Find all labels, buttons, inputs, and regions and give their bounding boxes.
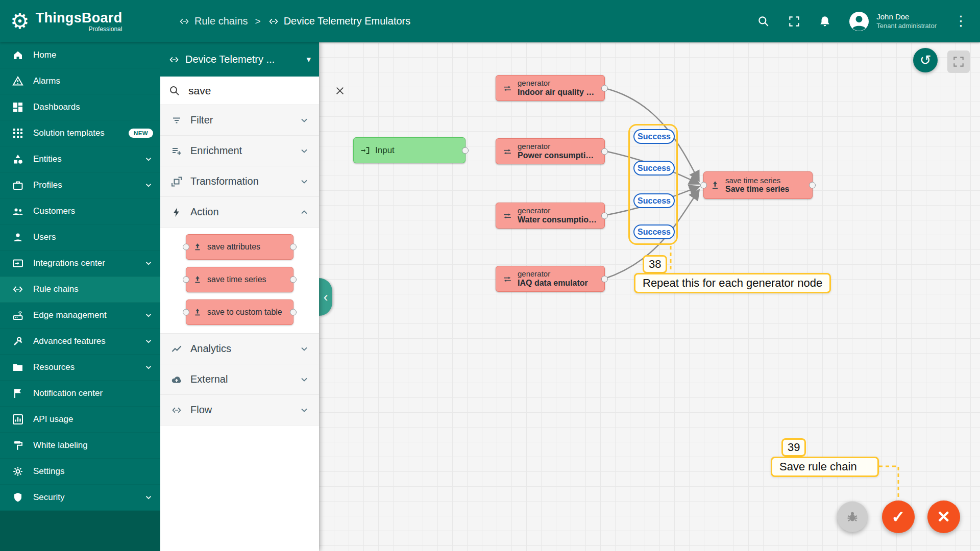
action-node-list: save attributes save time series save to… <box>160 228 319 334</box>
integrations-input-icon <box>11 257 24 270</box>
category-filter[interactable]: Filter <box>160 105 319 136</box>
lightning-bolt-icon <box>170 206 183 218</box>
sidebar-item-edge-management[interactable]: Edge management <box>0 303 160 329</box>
save-upload-icon <box>709 180 721 191</box>
chevron-down-icon <box>299 146 309 156</box>
rule-chain-icon <box>268 16 279 27</box>
chart-box-icon <box>11 413 24 426</box>
link-label-success[interactable]: Success <box>633 161 675 176</box>
cloud-upload-icon <box>170 373 183 386</box>
library-dropdown-caret-icon[interactable]: ▾ <box>306 54 311 65</box>
version-history-button[interactable]: ↺ <box>913 48 938 72</box>
input-port[interactable] <box>700 182 707 189</box>
input-node[interactable]: Input <box>353 137 465 163</box>
sidebar-item-alarms[interactable]: Alarms <box>0 68 160 94</box>
notifications-bell-icon[interactable] <box>817 14 832 29</box>
tutorial-step-number: 39 <box>781 438 806 457</box>
user-menu[interactable]: John Doe Tenant administrator <box>848 10 937 33</box>
node-port <box>290 309 297 316</box>
sidebar-item-white-labeling[interactable]: White labeling <box>0 433 160 459</box>
sidebar-item-advanced-features[interactable]: Advanced features <box>0 329 160 355</box>
tools-wrench-icon <box>11 335 24 348</box>
fullscreen-button[interactable] <box>787 14 802 29</box>
category-external[interactable]: External <box>160 364 319 395</box>
tutorial-step-tooltip: Save rule chain <box>771 457 879 477</box>
sidebar-item-settings[interactable]: Settings <box>0 459 160 485</box>
rule-chain-canvas[interactable]: Input generator Indoor air quality data…… <box>319 42 980 551</box>
sidebar-item-solution-templates[interactable]: Solution templates NEW <box>0 120 160 146</box>
history-restore-icon: ↺ <box>920 52 932 68</box>
link-label-success[interactable]: Success <box>633 224 675 239</box>
link-label-success[interactable]: Success <box>633 129 675 144</box>
node-search-input[interactable] <box>187 84 328 97</box>
breadcrumb: Rule chains > Device Telemetry Emulators <box>179 15 410 27</box>
output-port[interactable] <box>601 85 608 91</box>
sidebar-item-rule-chains[interactable]: Rule chains <box>0 277 160 303</box>
output-port[interactable] <box>462 147 469 154</box>
output-port[interactable] <box>601 212 608 219</box>
breadcrumb-current[interactable]: Device Telemetry Emulators <box>268 15 411 27</box>
search-icon <box>168 85 181 97</box>
chevron-down-icon <box>144 259 153 268</box>
sidebar-item-security[interactable]: Security <box>0 485 160 511</box>
discard-changes-button[interactable]: ✕ <box>927 500 960 533</box>
search-button[interactable] <box>756 14 771 29</box>
tutorial-step-number: 38 <box>643 255 667 273</box>
category-action[interactable]: Action <box>160 197 319 228</box>
folder-icon <box>11 361 24 374</box>
node-port <box>290 277 297 283</box>
library-node-save-to-custom-table[interactable]: save to custom table <box>186 299 293 325</box>
sidebar-item-notification-center[interactable]: Notification center <box>0 381 160 407</box>
output-port[interactable] <box>601 148 608 155</box>
generator-node-indoor-air-quality[interactable]: generator Indoor air quality data… <box>496 75 605 101</box>
fullscreen-icon <box>952 55 965 68</box>
library-node-save-attributes[interactable]: save attributes <box>186 234 293 260</box>
more-menu-icon[interactable]: ⋮ <box>952 14 970 28</box>
output-port[interactable] <box>601 276 608 282</box>
logo[interactable]: ⚙ ThingsBoard Professional <box>0 10 160 33</box>
generator-node-water-consumption[interactable]: generator Water consumption d… <box>496 203 605 229</box>
collapse-library-handle[interactable]: ‹ <box>319 278 332 316</box>
clear-search-icon[interactable] <box>334 84 346 97</box>
sidebar-item-home[interactable]: Home <box>0 42 160 68</box>
canvas-fullscreen-button[interactable] <box>947 51 970 73</box>
sidebar-item-customers[interactable]: Customers <box>0 198 160 224</box>
output-port[interactable] <box>809 182 816 189</box>
category-enrichment[interactable]: Enrichment <box>160 136 319 166</box>
transformation-icon <box>170 175 183 188</box>
save-upload-icon <box>192 307 203 317</box>
debug-mode-button[interactable] <box>837 502 868 532</box>
generator-node-power-consumption[interactable]: generator Power consumption d… <box>496 138 605 164</box>
sidebar: Home Alarms Dashboards Solution template… <box>0 42 160 551</box>
generator-swap-icon <box>502 273 513 285</box>
link-label-success[interactable]: Success <box>633 193 675 208</box>
save-time-series-node[interactable]: save time series Save time series <box>703 171 813 199</box>
category-flow[interactable]: Flow <box>160 395 319 425</box>
profiles-briefcase-icon <box>11 179 24 192</box>
sidebar-item-users[interactable]: Users <box>0 224 160 251</box>
category-analytics[interactable]: Analytics <box>160 334 319 364</box>
category-transformation[interactable]: Transformation <box>160 166 319 197</box>
generator-swap-icon <box>502 83 513 94</box>
analytics-chart-icon <box>170 342 183 355</box>
rule-node-library: Device Telemetry ... ▾ Filter Enrichment… <box>160 42 319 551</box>
generator-node-iaq-data-emulator[interactable]: generator IAQ data emulator <box>496 266 605 292</box>
sidebar-item-resources[interactable]: Resources <box>0 355 160 381</box>
sidebar-item-integrations-center[interactable]: Integrations center <box>0 251 160 277</box>
rule-chain-icon <box>170 404 183 416</box>
sidebar-item-dashboards[interactable]: Dashboards <box>0 94 160 120</box>
chevron-down-icon <box>144 363 153 372</box>
breadcrumb-label: Rule chains <box>194 15 248 27</box>
edge-router-icon <box>11 309 24 322</box>
chevron-down-icon <box>144 337 153 346</box>
library-node-save-time-series[interactable]: save time series <box>186 267 293 292</box>
chevron-down-icon <box>144 493 153 502</box>
tutorial-step-tooltip: Repeat this for each generator node <box>634 273 831 293</box>
sidebar-item-entities[interactable]: Entities <box>0 146 160 172</box>
chevron-up-icon <box>299 207 309 217</box>
apply-changes-button[interactable]: ✓ <box>882 500 915 533</box>
flag-icon <box>11 387 24 400</box>
sidebar-item-api-usage[interactable]: API usage <box>0 407 160 433</box>
breadcrumb-rule-chains[interactable]: Rule chains <box>179 15 248 27</box>
sidebar-item-profiles[interactable]: Profiles <box>0 172 160 198</box>
